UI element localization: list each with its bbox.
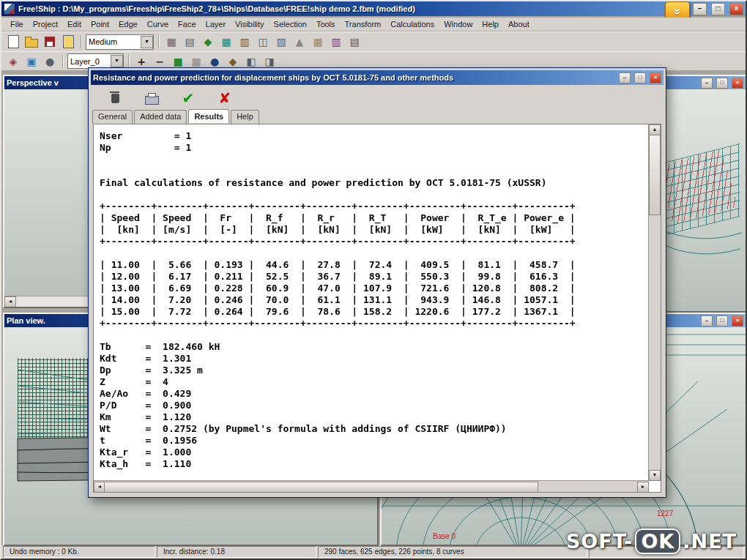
delete-button[interactable] [107,90,123,106]
tab-general[interactable]: General [92,110,133,124]
app-icon [4,3,15,15]
cross-icon: ✘ [219,89,231,107]
results-panel: Nser = 1 Np = 1 Final calculations of re… [93,124,661,493]
zoom-extents-icon[interactable]: ◈ [5,53,21,70]
dialog-tabs: General Added data Results Help [91,110,664,124]
folder-icon [25,39,38,48]
vertical-scroll-thumb[interactable] [649,135,661,215]
menu-item-window[interactable]: Window [439,19,477,29]
confirm-button[interactable]: ✔ [180,90,196,106]
save-file-icon[interactable] [42,34,58,50]
horizontal-scrollbar[interactable]: ◄ ► [94,480,649,492]
open-file-icon[interactable] [23,34,40,50]
menu-item-project[interactable]: Project [29,19,62,29]
toolbar-separator [62,55,63,68]
watermark: SOFT- OK .NET [566,529,737,554]
window-title: Free!Ship : D:\My_programs\Freeship\Free… [18,4,688,13]
menu-bar: File Project Edit Point Edge Curve Face … [1,18,746,31]
precision-dropdown[interactable]: Medium ▼ [86,34,154,50]
tab-added-data[interactable]: Added data [134,110,187,124]
layer-dropdown[interactable]: Layer_0 ▼ [67,53,124,69]
dialog-maximize-button[interactable]: □ [634,72,646,83]
toolbar-separator [158,35,159,48]
toolbar-separator [128,55,129,68]
dialog-title: Resistance and power prediction for disp… [93,73,615,82]
chevron-down-icon[interactable]: ▼ [141,36,153,48]
check-icon: ✔ [182,89,195,107]
dimension-label-1: 1227 [657,509,674,518]
watermark-ok-badge: OK [635,529,680,554]
menu-item-visibility[interactable]: Visibility [231,19,269,29]
grid-icon[interactable]: ▦ [310,34,326,50]
precision-value: Medium [89,37,117,46]
show-normals-icon[interactable]: ▲ [291,34,308,50]
cancel-button[interactable]: ✘ [217,90,233,106]
dialog-close-button[interactable]: × [650,72,661,83]
menu-item-transform[interactable]: Transform [341,19,386,29]
wireframe-icon[interactable]: ▤ [182,34,198,50]
tab-results[interactable]: Results [188,109,229,123]
child-close-button[interactable]: × [732,316,743,326]
child-close-button[interactable]: × [732,78,743,89]
dialog-titlebar[interactable]: Resistance and power prediction for disp… [91,70,664,85]
menu-item-tools[interactable]: Tools [312,19,340,29]
menu-item-point[interactable]: Point [86,19,114,29]
dialog-toolbar: ✔ ✘ [91,85,664,110]
menu-item-help[interactable]: Help [477,19,503,29]
new-file-icon[interactable] [5,34,21,50]
menu-item-selection[interactable]: Selection [270,19,311,29]
menu-item-edit[interactable]: Edit [63,19,86,29]
chevrons-glyph: » [670,8,685,15]
main-titlebar[interactable]: Free!Ship : D:\My_programs\Freeship\Free… [1,1,746,16]
printer-icon [145,96,159,105]
child-minimize-button[interactable]: – [701,78,713,89]
display-options-icon[interactable]: ▣ [23,53,40,70]
menu-item-curve[interactable]: Curve [143,19,173,29]
control-net-icon[interactable]: ▦ [163,34,179,50]
child-maximize-button[interactable]: □ [716,78,728,89]
status-model-stats: 290 faces, 625 edges, 226 points, 8 curv… [318,546,587,558]
menu-item-face[interactable]: Face [174,19,200,29]
menu-item-about[interactable]: About [504,19,534,29]
export-icon[interactable] [60,34,76,50]
gaussian-curvature-icon[interactable]: ▦ [218,34,234,50]
print-button[interactable] [144,90,160,106]
menu-item-calculations[interactable]: Calculations [386,19,439,29]
scroll-down-button[interactable]: ▼ [649,470,661,481]
layer-value: Layer_0 [70,57,100,66]
status-incr-distance: Incr. distance: 0.18 [157,546,316,558]
menu-item-edge[interactable]: Edge [114,19,142,29]
scroll-left-button[interactable]: ◄ [4,296,16,307]
close-button[interactable]: × [729,3,743,15]
vertical-scrollbar[interactable]: ▲ ▼ [648,124,661,481]
status-undo-memory: Undo memory : 0 Kb. [3,546,155,558]
shade-icon[interactable]: ◆ [200,34,216,50]
horizontal-scroll-thumb[interactable] [104,482,538,493]
zebra-shading-icon[interactable]: ▥ [237,34,253,50]
trash-icon [111,94,119,103]
toolbar-separator [81,35,81,48]
watermark-suffix: .NET [683,530,737,553]
minimize-button[interactable]: – [693,3,707,15]
child-minimize-button[interactable]: – [701,316,713,326]
yellow-page-icon [63,35,74,48]
tab-help[interactable]: Help [231,110,259,124]
menu-item-file[interactable]: File [6,19,28,29]
base-label: Base 0 [433,532,456,540]
scroll-right-button[interactable]: ► [637,482,649,493]
waterlines-icon[interactable]: ▤ [346,34,363,50]
interior-edges-icon[interactable]: ▧ [273,34,289,50]
stations-icon[interactable]: ▥ [328,34,344,50]
results-report-text: Nser = 1 Np = 1 Final calculations of re… [94,124,649,481]
disk-icon [45,37,55,47]
child-maximize-button[interactable]: □ [716,316,728,326]
scroll-up-button[interactable]: ▲ [649,124,661,135]
developability-icon[interactable]: ◫ [255,34,271,50]
camera-icon[interactable]: ● [42,53,58,70]
resistance-dialog[interactable]: Resistance and power prediction for disp… [88,67,666,498]
freeship-main-window: Free!Ship : D:\My_programs\Freeship\Free… [0,0,747,560]
maximize-button[interactable]: □ [711,3,725,15]
menu-item-layer[interactable]: Layer [201,19,231,29]
chevron-down-icon[interactable]: ▼ [111,55,123,67]
dialog-minimize-button[interactable]: – [619,72,631,83]
